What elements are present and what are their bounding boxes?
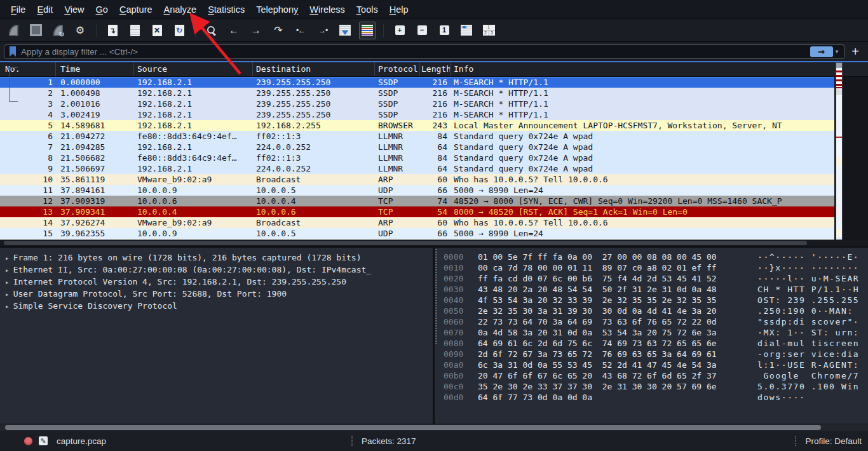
column-header-destination[interactable]: Destination — [253, 62, 375, 76]
packet-bytes-vscrollbar-thumb[interactable] — [435, 249, 437, 344]
menu-analyze[interactable]: Analyze — [158, 2, 203, 17]
zoom-100-button[interactable]: 1 — [436, 22, 452, 39]
menu-telephony[interactable]: Telephony — [250, 2, 304, 17]
cell-info: Who has 10.0.0.5? Tell 10.0.0.6 — [451, 217, 834, 228]
hex-row[interactable]: 008064 69 61 6c 2d 6d 75 6c 74 69 73 63 … — [435, 338, 868, 349]
packet-bytes-pane: 000001 00 5e 7f ff fa 0a 00 27 00 00 08 … — [435, 248, 868, 424]
packet-row[interactable]: 1437.926274VMware_b9:02:a9BroadcastARP60… — [0, 217, 834, 228]
packet-list-pane: No.TimeSourceDestinationProtocolLengthIn… — [0, 62, 868, 246]
display-filter-input[interactable] — [20, 46, 810, 57]
go-to-packet-button[interactable]: ↷ — [270, 22, 287, 39]
zoom-in-button[interactable]: + — [391, 22, 408, 39]
stop-capture-button[interactable] — [27, 22, 44, 39]
filter-bookmark-icon[interactable] — [10, 46, 16, 57]
packet-row[interactable]: 1035.861119VMware_b9:02:a9BroadcastARP60… — [0, 174, 834, 185]
hex-row[interactable]: 00700a 4d 58 3a 20 31 0d 0a 53 54 3a 20 … — [435, 327, 868, 338]
packet-row[interactable]: 1237.90931910.0.0.610.0.0.4TCP7448520 → … — [0, 196, 834, 206]
open-file-button[interactable]: ↴ — [104, 22, 121, 39]
hex-row[interactable]: 00b020 47 6f 6f 67 6c 65 20 43 68 72 6f … — [435, 370, 868, 381]
expert-info-icon[interactable] — [24, 437, 32, 445]
hex-row[interactable]: 006022 73 73 64 70 3a 64 69 73 63 6f 76 … — [435, 316, 868, 327]
detail-item[interactable]: ▸Frame 1: 216 bytes on wire (1728 bits),… — [4, 252, 433, 264]
hex-row[interactable]: 00a06c 3a 31 0d 0a 55 53 45 52 2d 41 47 … — [435, 360, 868, 370]
column-header-protocol[interactable]: Protocol — [375, 62, 420, 76]
hex-row[interactable]: 00404f 53 54 3a 20 32 33 39 2e 32 35 35 … — [435, 295, 868, 306]
display-filter-field[interactable]: ➞ ▾ — [4, 44, 845, 59]
packet-row[interactable]: 921.506697192.168.2.1224.0.0.252LLMNR64S… — [0, 163, 834, 174]
packet-list-hscrollbar[interactable] — [0, 240, 868, 246]
hex-row[interactable]: 003043 48 20 2a 20 48 54 54 50 2f 31 2e … — [435, 284, 868, 295]
menu-view[interactable]: View — [58, 2, 90, 17]
resize-columns-button[interactable] — [458, 22, 475, 39]
detail-item[interactable]: ▸Ethernet II, Src: 0a:00:27:00:00:08 (0a… — [4, 264, 433, 276]
menu-go[interactable]: Go — [90, 2, 114, 17]
hex-row[interactable]: 00902d 6f 72 67 3a 73 65 72 76 69 63 65 … — [435, 349, 868, 360]
hex-row[interactable]: 0020ff fa cd d0 07 6c 00 b6 75 f4 4d 2d … — [435, 273, 868, 284]
start-capture-button[interactable] — [5, 22, 22, 39]
cell-source: 10.0.0.4 — [134, 206, 253, 217]
go-back-button[interactable]: ← — [226, 22, 242, 39]
hex-row[interactable]: 00502e 32 35 30 3a 31 39 30 30 0d 0a 4d … — [435, 306, 868, 316]
packet-row[interactable]: 1137.89416110.0.0.910.0.0.5UDP665000 → 8… — [0, 185, 834, 196]
cell-info: Local Master Announcement LAPTOP-HCSFMST… — [451, 120, 834, 131]
menu-tools[interactable]: Tools — [351, 2, 384, 17]
detail-item[interactable]: ▸User Datagram Protocol, Src Port: 52688… — [4, 288, 433, 300]
packet-row[interactable]: 10.000000192.168.2.1239.255.255.250SSDP2… — [0, 77, 834, 88]
menu-wireless[interactable]: Wireless — [304, 2, 351, 17]
column-header-length[interactable]: Length — [420, 62, 451, 76]
packet-row[interactable]: 514.589681192.168.2.1192.168.2.255BROWSE… — [0, 120, 834, 131]
hex-row[interactable]: 000001 00 5e 7f ff fa 0a 00 27 00 00 08 … — [435, 252, 868, 262]
find-packet-button[interactable] — [203, 22, 220, 39]
hex-row[interactable]: 001000 ca 7d 78 00 00 01 11 89 07 c0 a8 … — [435, 262, 868, 273]
layout-button[interactable]: 123 — [480, 22, 497, 39]
details-hscrollbar[interactable] — [0, 424, 868, 431]
packet-row[interactable]: 21.000498192.168.2.1239.255.255.250SSDP2… — [0, 88, 834, 98]
apply-filter-caret-icon[interactable]: ▾ — [836, 48, 839, 55]
colorize-icon — [362, 25, 373, 36]
capture-options-button[interactable]: ⚙ — [72, 22, 88, 39]
cell-time: 21.094285 — [56, 142, 134, 152]
minimap-stripe — [836, 137, 842, 138]
column-header-source[interactable]: Source — [134, 62, 253, 76]
cell-length: 216 — [420, 88, 451, 98]
packet-row[interactable]: 43.002419192.168.2.1239.255.255.250SSDP2… — [0, 109, 834, 120]
profile-label[interactable]: Profile: Default — [805, 436, 862, 446]
reload-file-button[interactable]: ↻ — [171, 22, 187, 39]
packet-row[interactable]: 32.001016192.168.2.1239.255.255.250SSDP2… — [0, 98, 834, 109]
menu-statistics[interactable]: Statistics — [202, 2, 250, 17]
go-forward-button[interactable]: → — [248, 22, 264, 39]
menu-help[interactable]: Help — [384, 2, 414, 17]
packet-list-minimap-scrollbar[interactable] — [836, 62, 843, 240]
column-header-info[interactable]: Info — [451, 62, 868, 76]
colorize-button[interactable] — [359, 22, 376, 39]
menu-file[interactable]: File — [5, 2, 31, 17]
zoom-out-button[interactable]: − — [414, 22, 430, 39]
menu-edit[interactable]: Edit — [31, 2, 58, 17]
packet-row[interactable]: 821.506682fe80::8dd3:64c9:4ef…ff02::1:3L… — [0, 152, 834, 163]
hex-row[interactable]: 00c035 2e 30 2e 33 37 37 30 2e 31 30 30 … — [435, 381, 868, 392]
add-filter-button[interactable]: + — [851, 45, 859, 58]
apply-filter-button[interactable]: ➞ — [810, 46, 833, 57]
go-first-packet-button[interactable]: •← — [292, 22, 309, 39]
restart-capture-button[interactable] — [50, 22, 66, 39]
cell-time: 39.962355 — [56, 228, 134, 239]
column-header-time[interactable]: Time — [56, 62, 134, 76]
cell-info: 8000 → 48520 [RST, ACK] Seq=1 Ack=1 Win=… — [451, 206, 834, 217]
packet-list-hscrollbar-thumb[interactable] — [4, 241, 807, 245]
packet-bytes-vscrollbar[interactable] — [435, 249, 438, 422]
packet-row[interactable]: 621.094272fe80::8dd3:64c9:4ef…ff02::1:3L… — [0, 131, 834, 142]
close-file-button[interactable]: ✕ — [149, 22, 165, 39]
hex-row[interactable]: 00d064 6f 77 73 0d 0a 0d 0adows···· — [435, 392, 868, 403]
save-file-button[interactable] — [126, 22, 143, 39]
packet-row[interactable]: 721.094285192.168.2.1224.0.0.252LLMNR64S… — [0, 142, 834, 152]
go-last-packet-button[interactable]: →• — [315, 22, 331, 39]
packet-row[interactable]: 1539.96235510.0.0.910.0.0.5UDP665000 → 8… — [0, 228, 834, 239]
details-hscrollbar-thumb[interactable] — [5, 425, 821, 430]
detail-item[interactable]: ▸Simple Service Discovery Protocol — [4, 300, 433, 312]
menu-capture[interactable]: Capture — [114, 2, 158, 17]
packet-row[interactable]: 1337.90934110.0.0.410.0.0.6TCP548000 → 4… — [0, 206, 834, 217]
cell-source: 192.168.2.1 — [134, 120, 253, 131]
capture-comment-icon[interactable]: ✎ — [39, 436, 48, 445]
auto-scroll-button[interactable] — [337, 22, 353, 39]
detail-item[interactable]: ▸Internet Protocol Version 4, Src: 192.1… — [4, 276, 433, 288]
